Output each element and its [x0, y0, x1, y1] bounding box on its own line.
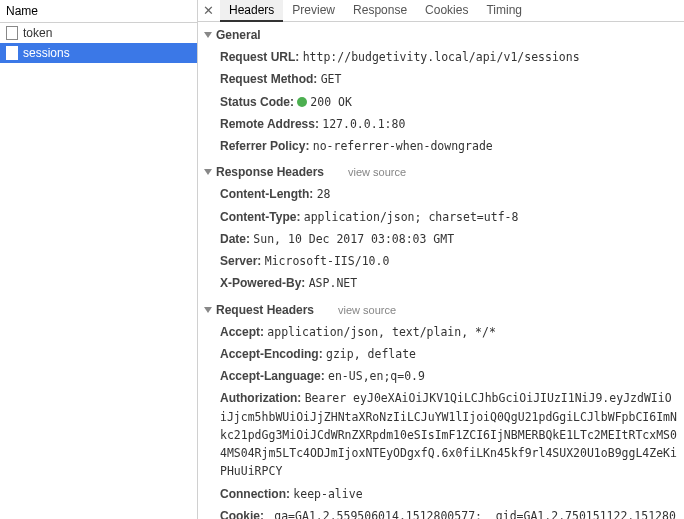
tab-headers[interactable]: Headers — [220, 0, 283, 22]
entry-key: Status Code: — [220, 95, 297, 109]
entry-key: Accept-Language: — [220, 369, 328, 383]
entry-value: application/json; charset=utf-8 — [304, 210, 519, 224]
header-entry: Accept: application/json, text/plain, */… — [220, 321, 678, 343]
section-header-request[interactable]: Request Headersview source — [198, 299, 684, 321]
entry-value: keep-alive — [293, 487, 362, 501]
section-entries-general: Request URL: http://budgetivity.local/ap… — [198, 46, 684, 161]
entry-value: gzip, deflate — [326, 347, 416, 361]
entry-key: Cookie: — [220, 509, 267, 519]
section-header-general[interactable]: General — [198, 24, 684, 46]
sidebar-header: Name — [0, 0, 197, 23]
main-header: ✕ HeadersPreviewResponseCookiesTiming — [198, 0, 684, 22]
main-panel: ✕ HeadersPreviewResponseCookiesTiming Ge… — [198, 0, 684, 519]
status-dot-icon — [297, 97, 307, 107]
header-entry: Server: Microsoft-IIS/10.0 — [220, 250, 678, 272]
section-title: General — [216, 28, 261, 42]
header-entry: Content-Length: 28 — [220, 183, 678, 205]
header-entry: Cookie: _ga=GA1.2.559506014.1512800577; … — [220, 505, 678, 519]
entry-value: _ga=GA1.2.559506014.1512800577; _gid=GA1… — [220, 509, 676, 519]
sidebar-item-label: token — [23, 26, 52, 40]
header-entry: Authorization: Bearer eyJ0eXAiOiJKV1QiLC… — [220, 387, 678, 482]
file-icon — [6, 26, 18, 40]
entry-value: 127.0.0.1:80 — [322, 117, 405, 131]
entry-key: Request Method: — [220, 72, 321, 86]
sidebar: Name tokensessions — [0, 0, 198, 519]
header-entry: Remote Address: 127.0.0.1:80 — [220, 113, 678, 135]
section-title: Request Headers — [216, 303, 314, 317]
entry-key: Date: — [220, 232, 253, 246]
entry-key: Server: — [220, 254, 265, 268]
view-source-link[interactable]: view source — [348, 166, 406, 178]
view-source-link[interactable]: view source — [338, 304, 396, 316]
header-entry: Request URL: http://budgetivity.local/ap… — [220, 46, 678, 68]
entry-value: Microsoft-IIS/10.0 — [265, 254, 390, 268]
entry-key: Accept-Encoding: — [220, 347, 326, 361]
entry-value: http://budgetivity.local/api/v1/sessions — [303, 50, 580, 64]
entry-key: Accept: — [220, 325, 267, 339]
entry-value: GET — [321, 72, 342, 86]
caret-down-icon — [204, 307, 212, 313]
entry-key: Request URL: — [220, 50, 303, 64]
entry-key: Content-Length: — [220, 187, 317, 201]
sidebar-item-sessions[interactable]: sessions — [0, 43, 197, 63]
entry-value: application/json, text/plain, */* — [267, 325, 495, 339]
tabs: HeadersPreviewResponseCookiesTiming — [220, 0, 531, 21]
section-entries-request: Accept: application/json, text/plain, */… — [198, 321, 684, 520]
entry-key: Content-Type: — [220, 210, 304, 224]
section-title: Response Headers — [216, 165, 324, 179]
sidebar-items: tokensessions — [0, 23, 197, 519]
caret-down-icon — [204, 169, 212, 175]
file-icon — [6, 46, 18, 60]
header-entry: Accept-Encoding: gzip, deflate — [220, 343, 678, 365]
entry-key: Connection: — [220, 487, 293, 501]
header-entry: X-Powered-By: ASP.NET — [220, 272, 678, 294]
header-entry: Status Code: 200 OK — [220, 91, 678, 113]
section-entries-response: Content-Length: 28Content-Type: applicat… — [198, 183, 684, 298]
header-entry: Date: Sun, 10 Dec 2017 03:08:03 GMT — [220, 228, 678, 250]
entry-key: Authorization: — [220, 391, 305, 405]
entry-value: en-US,en;q=0.9 — [328, 369, 425, 383]
entry-value: ASP.NET — [309, 276, 357, 290]
entry-key: Referrer Policy: — [220, 139, 313, 153]
sidebar-item-label: sessions — [23, 46, 70, 60]
entry-value: 28 — [317, 187, 331, 201]
header-entry: Referrer Policy: no-referrer-when-downgr… — [220, 135, 678, 157]
entry-value: 200 OK — [310, 95, 352, 109]
entry-value: Sun, 10 Dec 2017 03:08:03 GMT — [253, 232, 454, 246]
header-entry: Connection: keep-alive — [220, 483, 678, 505]
tab-preview[interactable]: Preview — [283, 0, 344, 21]
close-icon[interactable]: ✕ — [200, 3, 216, 19]
content: GeneralRequest URL: http://budgetivity.l… — [198, 22, 684, 519]
header-entry: Accept-Language: en-US,en;q=0.9 — [220, 365, 678, 387]
tab-response[interactable]: Response — [344, 0, 416, 21]
entry-key: Remote Address: — [220, 117, 322, 131]
caret-down-icon — [204, 32, 212, 38]
entry-value: no-referrer-when-downgrade — [313, 139, 493, 153]
tab-timing[interactable]: Timing — [477, 0, 531, 21]
header-entry: Request Method: GET — [220, 68, 678, 90]
tab-cookies[interactable]: Cookies — [416, 0, 477, 21]
section-header-response[interactable]: Response Headersview source — [198, 161, 684, 183]
entry-key: X-Powered-By: — [220, 276, 309, 290]
header-entry: Content-Type: application/json; charset=… — [220, 206, 678, 228]
sidebar-item-token[interactable]: token — [0, 23, 197, 43]
